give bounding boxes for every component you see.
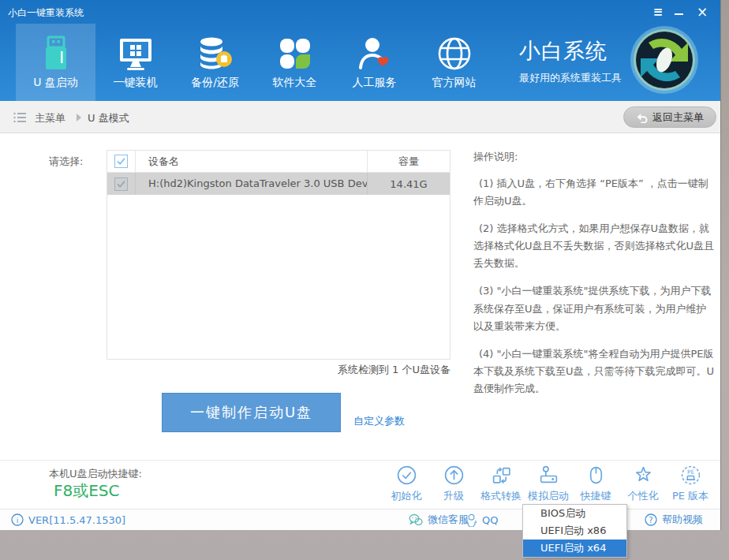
check-circle-icon bbox=[396, 465, 417, 486]
info-icon: i bbox=[11, 513, 24, 526]
breadcrumb-arrow-icon bbox=[77, 114, 81, 121]
version-info: i VER[11.5.47.1530] bbox=[11, 510, 125, 530]
brand-logo-icon bbox=[629, 24, 700, 95]
nav-item-label: 软件大全 bbox=[255, 76, 335, 90]
qq-support-link[interactable]: QQ bbox=[465, 510, 498, 530]
tool-simulate-boot[interactable]: 模拟启动 bbox=[525, 465, 572, 503]
star-icon bbox=[633, 465, 654, 486]
nav-item-official-website[interactable]: 官方网站 bbox=[414, 24, 494, 101]
header: 小白一键重装系统 ≡ × U 盘启动 bbox=[0, 0, 720, 101]
qq-label: QQ bbox=[482, 514, 498, 526]
qq-icon bbox=[465, 513, 477, 527]
instruction-step: (4) "小白一键重装系统"将全程自动为用户提供PE版本下载及系统下载至U盘，只… bbox=[473, 345, 716, 398]
svg-text:?: ? bbox=[649, 516, 652, 525]
column-header-device-name: 设备名 bbox=[136, 151, 368, 172]
joystick-icon bbox=[538, 465, 559, 486]
breadcrumb: 主菜单 U 盘模式 返回主菜单 bbox=[0, 101, 720, 133]
tool-personalize[interactable]: 个性化 bbox=[619, 465, 667, 503]
tool-upgrade[interactable]: 升级 bbox=[430, 465, 477, 503]
detected-devices-text: 系统检测到 1 个U盘设备 bbox=[107, 363, 450, 377]
return-arrow-icon bbox=[636, 113, 649, 123]
up-arrow-circle-icon bbox=[443, 465, 465, 486]
globe-icon bbox=[436, 35, 473, 73]
mouse-icon bbox=[585, 465, 607, 486]
monitor-icon bbox=[117, 35, 155, 73]
instruction-step: (1) 插入U盘，右下角选择 “PE版本” ，点击一键制作启动U盘。 bbox=[473, 175, 716, 210]
nav-item-one-key-install[interactable]: 一键装机 bbox=[95, 24, 175, 101]
pe-version-icon: PE bbox=[680, 465, 701, 486]
tool-format-convert[interactable]: 格式转换 bbox=[477, 465, 525, 503]
version-text: VER[11.5.47.1530] bbox=[28, 514, 125, 526]
list-icon bbox=[13, 110, 27, 128]
tool-label: 初始化 bbox=[391, 489, 422, 503]
wechat-support-link[interactable]: 微信客服 bbox=[409, 510, 469, 530]
breadcrumb-current: U 盘模式 bbox=[88, 111, 129, 125]
nav-item-label: 人工服务 bbox=[335, 76, 414, 90]
device-capacity: 14.41G bbox=[368, 178, 450, 190]
select-prompt: 请选择: bbox=[49, 155, 83, 169]
help-label: 帮助视频 bbox=[662, 513, 703, 527]
make-boot-usb-button[interactable]: 一键制作启动U盘 bbox=[162, 393, 341, 432]
minimize-icon[interactable] bbox=[670, 5, 687, 19]
main-content: 请选择: 设备名 容量 bbox=[0, 133, 720, 460]
select-all-checkbox[interactable] bbox=[114, 155, 128, 168]
convert-icon bbox=[491, 465, 512, 486]
custom-params-link[interactable]: 自定义参数 bbox=[353, 414, 405, 428]
window-title: 小白一键重装系统 bbox=[8, 6, 84, 20]
instruction-step: (2) 选择格式化方式，如果用户想保存U盘数据，就选择格式化U盘且不丢失数据，否… bbox=[473, 220, 716, 272]
tool-hotkeys[interactable]: 快捷键 bbox=[572, 465, 619, 503]
tool-label: 格式转换 bbox=[480, 489, 522, 503]
tool-initialize[interactable]: 初始化 bbox=[383, 465, 430, 503]
brand-tagline: 最好用的系统重装工具 bbox=[519, 71, 622, 85]
device-row[interactable]: H:(hd2)Kingston DataTraveler 3.0 USB Dev… bbox=[107, 173, 450, 195]
tool-label: 快捷键 bbox=[581, 489, 611, 503]
nav-item-usb-boot[interactable]: U 盘启动 bbox=[16, 24, 95, 101]
tool-pe-version[interactable]: PE PE 版本 bbox=[667, 465, 714, 503]
tools-row: 初始化 升级 bbox=[383, 465, 714, 503]
device-table-header: 设备名 容量 bbox=[107, 151, 450, 173]
hotkey-label: 本机U盘启动快捷键: bbox=[49, 467, 142, 481]
question-icon: ? bbox=[645, 513, 657, 526]
usb-drive-icon bbox=[37, 35, 75, 73]
device-row-checkbox[interactable] bbox=[114, 177, 128, 191]
title-bar: 小白一键重装系统 ≡ × bbox=[0, 0, 720, 24]
instruction-step: (3) "小白一键重装系统"提供系统下载，为用户下载系统保存至U盘，保证用户有系… bbox=[473, 282, 716, 334]
nav-item-label: 官方网站 bbox=[414, 76, 494, 90]
person-heart-icon bbox=[356, 35, 394, 73]
menu-item-uefi-x64[interactable]: UEFI启动 x64 bbox=[523, 539, 626, 557]
software-clover-icon bbox=[276, 35, 314, 73]
backup-database-icon bbox=[196, 35, 234, 73]
svg-text:i: i bbox=[17, 517, 19, 525]
brand-block: 小白系统 最好用的系统重装工具 bbox=[519, 37, 622, 85]
app-window: 小白一键重装系统 ≡ × U 盘启动 bbox=[0, 0, 721, 530]
nav-item-software-center[interactable]: 软件大全 bbox=[255, 24, 335, 101]
tool-label: 升级 bbox=[443, 489, 464, 503]
back-button-label: 返回主菜单 bbox=[652, 111, 704, 123]
nav-item-backup-restore[interactable]: 备份/还原 bbox=[175, 24, 255, 101]
device-name: H:(hd2)Kingston DataTraveler 3.0 USB Dev… bbox=[136, 173, 368, 195]
desktop: 小白一键重装系统 ≡ × U 盘启动 bbox=[0, 0, 729, 560]
nav-item-label: U 盘启动 bbox=[16, 76, 95, 90]
instructions-title: 操作说明: bbox=[473, 150, 716, 164]
bottom-toolbar: 本机U盘启动快捷键: F8或ESC 初始化 bbox=[0, 460, 720, 509]
boot-mode-menu: BIOS启动 UEFI启动 x86 UEFI启动 x64 bbox=[522, 504, 627, 558]
instructions-panel: 操作说明: (1) 插入U盘，右下角选择 “PE版本” ，点击一键制作启动U盘。… bbox=[473, 150, 716, 408]
wechat-label: 微信客服 bbox=[428, 513, 469, 527]
menu-item-uefi-x86[interactable]: UEFI启动 x86 bbox=[523, 522, 626, 539]
tool-label: 模拟启动 bbox=[528, 489, 569, 503]
back-to-main-menu-button[interactable]: 返回主菜单 bbox=[623, 106, 716, 128]
nav-item-customer-service[interactable]: 人工服务 bbox=[335, 24, 414, 101]
nav-item-label: 备份/还原 bbox=[175, 76, 255, 90]
svg-text:PE: PE bbox=[687, 469, 694, 476]
brand-name: 小白系统 bbox=[519, 37, 622, 65]
breadcrumb-root[interactable]: 主菜单 bbox=[35, 111, 65, 125]
menu-icon[interactable]: ≡ bbox=[649, 5, 667, 19]
menu-item-bios-boot[interactable]: BIOS启动 bbox=[523, 505, 626, 522]
tool-label: 个性化 bbox=[628, 489, 659, 503]
close-icon[interactable]: × bbox=[693, 5, 711, 19]
help-video-link[interactable]: ? 帮助视频 bbox=[645, 510, 703, 530]
wechat-icon bbox=[409, 513, 423, 526]
device-table: 设备名 容量 H:(hd2)Kingston DataTraveler 3.0 … bbox=[107, 150, 450, 360]
column-header-capacity: 容量 bbox=[368, 155, 450, 169]
nav-item-label: 一键装机 bbox=[95, 76, 175, 90]
